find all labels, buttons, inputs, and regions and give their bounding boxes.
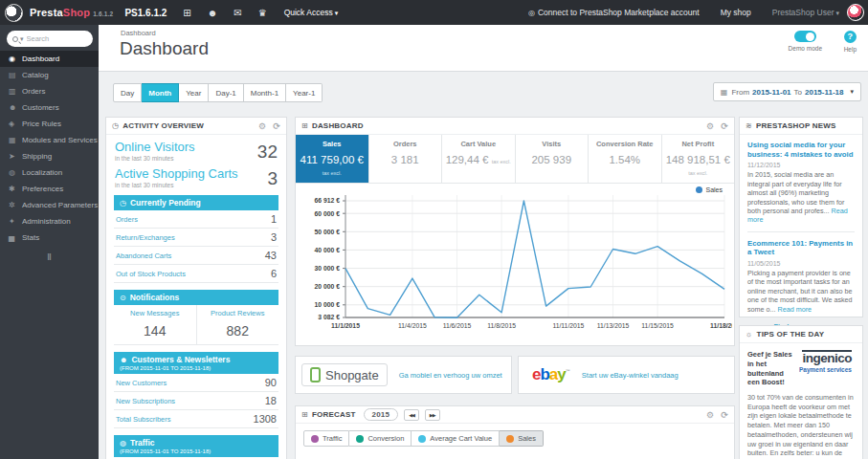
pending-row-out-of-stock[interactable]: Out of Stock Products6 [114, 265, 278, 283]
read-more-link[interactable]: Read more [778, 305, 812, 314]
ingenico-logo: ingenico Payment services [799, 350, 852, 387]
quick-access-menu[interactable]: Quick Access▾ [284, 8, 339, 17]
tab-orders[interactable]: Orders3 181 [369, 135, 443, 183]
cart-icon[interactable]: ⊞ [183, 8, 190, 18]
filter-month[interactable]: Month [142, 83, 179, 102]
legend-conversion[interactable]: Conversion [349, 430, 412, 447]
tab-conversion-rate[interactable]: Conversion Rate1.54% [589, 135, 662, 183]
next-year-button[interactable]: ▶▶ [425, 409, 440, 421]
caret-down-icon: ▾ [835, 10, 839, 16]
caret-down-icon[interactable]: ▾ [20, 35, 24, 43]
prestashop-logo-icon[interactable] [5, 4, 23, 22]
brand-shop: Shop [63, 7, 90, 18]
version-label: 1.6.1.2 [93, 11, 113, 17]
article-excerpt: Picking a payment provider is one of the… [747, 269, 855, 314]
user-avatar[interactable] [847, 4, 864, 21]
my-shop-link[interactable]: My shop [721, 8, 751, 17]
date-range-button[interactable]: ▦ From2015-11-01 To2015-11-18 ▾ [713, 82, 861, 101]
pending-row-orders[interactable]: Orders1 [114, 210, 278, 229]
legend-traffic[interactable]: Traffic [303, 430, 349, 447]
shop-name[interactable]: PS1.6.1.2 [124, 8, 167, 18]
sales-line-chart: 66 912 €60 000 €50 000 €40 000 €30 000 €… [300, 186, 732, 346]
refresh-icon[interactable]: ⟳ [273, 121, 280, 131]
marketplace-link[interactable]: ◎Connect to PrestaShop Marketplace accou… [528, 8, 700, 17]
online-visitors-value: 32 [257, 142, 278, 163]
user-menu[interactable]: PrestaShop User▾ [772, 8, 839, 17]
sidebar-item-modules[interactable]: ▦Modules and Services [0, 132, 99, 148]
caret-down-icon: ▾ [850, 88, 854, 96]
trophy-icon[interactable]: ♛ [258, 8, 267, 18]
cart-icon: ⊞ [301, 121, 308, 130]
gear-icon[interactable]: ⚙ [706, 410, 714, 420]
gear-icon[interactable]: ⚙ [706, 121, 714, 131]
article-title-link[interactable]: Using social media for your business: 4 … [747, 141, 855, 159]
advanced-parameters-icon: ✲ [9, 201, 22, 209]
date-to: 2015-11-18 [805, 88, 843, 97]
filter-year-1[interactable]: Year-1 [286, 83, 323, 102]
row-new-subscriptions[interactable]: New Subscriptions18 [114, 392, 278, 410]
search-input[interactable] [27, 34, 79, 43]
sidebar-item-orders[interactable]: ▥Orders [0, 83, 99, 99]
forecast-panel-header: ⊞ FORECAST 2015 ◀◀ ▶▶ ⚙⟳ [296, 406, 734, 424]
tab-net-profit[interactable]: Net Profit148 918,51 € tax excl. [662, 135, 735, 183]
help-icon[interactable]: ? [844, 31, 857, 43]
envelope-icon[interactable]: ✉ [234, 8, 241, 18]
sidebar-search[interactable]: ▾ [7, 31, 93, 47]
refresh-icon[interactable]: ⟳ [721, 121, 728, 131]
chart-legend[interactable]: Sales [696, 186, 723, 193]
shopgate-logo: Shopgate [301, 363, 388, 386]
shopgate-banner[interactable]: Shopgate Ga mobiel en verhoog uw omzet [295, 356, 512, 394]
marketplace-icon: ◎ [528, 9, 535, 17]
svg-text:66 912 €: 66 912 € [315, 197, 341, 204]
pending-row-abandoned-carts[interactable]: Abandoned Carts43 [114, 247, 278, 265]
sidebar-item-shipping[interactable]: ➤Shipping [0, 148, 99, 164]
tab-cart-value[interactable]: Cart Value129,44 € tax excl. [442, 135, 516, 183]
sidebar-item-dashboard[interactable]: ◉Dashboard [0, 51, 99, 67]
svg-text:40 000 €: 40 000 € [315, 247, 341, 253]
sidebar-item-stats[interactable]: ▅Stats [0, 230, 99, 246]
shipping-icon: ➤ [9, 152, 22, 161]
collapse-menu-icon[interactable]: ‖ [0, 252, 99, 262]
brand-presta: Presta [30, 7, 63, 18]
modules-icon: ▦ [9, 136, 22, 144]
active-carts-link[interactable]: Active Shopping Carts [115, 166, 278, 181]
sidebar-item-localization[interactable]: ◍Localization [0, 164, 99, 181]
demo-mode-toggle[interactable] [794, 31, 816, 42]
sidebar-item-catalog[interactable]: ▤Catalog [0, 67, 99, 83]
tab-sales[interactable]: Sales411 759,00 € tax excl. [296, 135, 369, 183]
sidebar-item-administration[interactable]: ✦Administration [0, 213, 99, 230]
filter-day-1[interactable]: Day-1 [209, 83, 243, 102]
customer-icon[interactable]: ☻ [208, 8, 218, 18]
pending-row-returns[interactable]: Return/Exchanges3 [114, 229, 278, 247]
ebay-banner[interactable]: ebay™ Start uw eBay-winkel vandaag [518, 356, 735, 394]
demo-mode: Demo mode [789, 31, 822, 52]
section-header: ◷Currently Pending [114, 195, 278, 210]
tab-visits[interactable]: Visits205 939 [516, 135, 590, 183]
gear-icon[interactable]: ⚙ [258, 121, 266, 131]
sidebar-item-price-rules[interactable]: ◈Price Rules [0, 116, 99, 132]
legend-average-cart-value[interactable]: Average Cart Value [412, 430, 500, 447]
localization-icon: ◍ [9, 168, 22, 177]
breadcrumb[interactable]: Dashboard [121, 29, 156, 37]
filter-day[interactable]: Day [113, 83, 142, 102]
sidebar-item-preferences[interactable]: ✱Preferences [0, 181, 99, 197]
online-visitors-link[interactable]: Online Visitors [115, 140, 278, 154]
section-header: ☻Customers & Newsletters(FROM 2015-11-01… [114, 352, 278, 374]
refresh-icon[interactable]: ⟳ [721, 410, 728, 420]
sidebar-item-advanced-parameters[interactable]: ✲Advanced Parameters [0, 197, 99, 213]
legend-sales[interactable]: Sales [500, 430, 544, 447]
filter-month-1[interactable]: Month-1 [244, 83, 286, 102]
row-new-customers[interactable]: New Customers90 [114, 374, 278, 392]
row-total-subscribers[interactable]: Total Subscribers1308 [114, 410, 278, 428]
forecast-legend: Traffic Conversion Average Cart Value Sa… [303, 430, 734, 447]
article-title-link[interactable]: Ecommerce 101: Payments in a Tweet [747, 239, 855, 257]
previous-year-button[interactable]: ◀◀ [404, 409, 419, 421]
sidebar-item-customers[interactable]: ☻Customers [0, 99, 99, 116]
product-reviews-cell[interactable]: Product Reviews882 [196, 305, 279, 344]
new-messages-cell[interactable]: New Messages144 [114, 305, 196, 344]
filter-year[interactable]: Year [179, 83, 209, 102]
shopgate-phone-icon [310, 367, 321, 382]
ebay-link[interactable]: Start uw eBay-winkel vandaag [582, 371, 679, 380]
shopgate-link[interactable]: Ga mobiel en verhoog uw omzet [399, 371, 502, 380]
stats-icon: ▅ [9, 233, 22, 242]
